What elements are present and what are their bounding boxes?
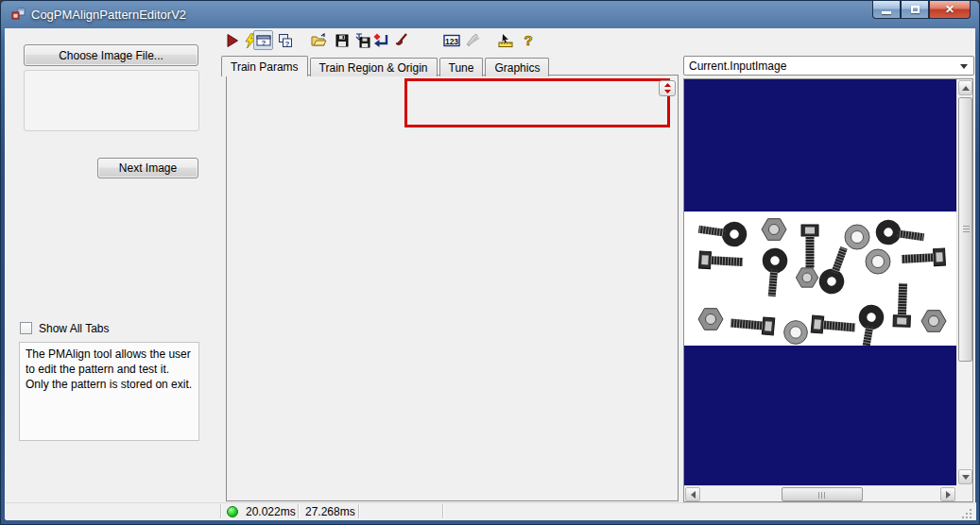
image-file-list-box	[24, 70, 199, 131]
horizontal-scroll-thumb[interactable]	[782, 487, 863, 501]
app-window: CogPMAlignPatternEditorV2 ✕ Choose Image…	[0, 0, 980, 525]
vertical-scrollbar[interactable]	[956, 79, 972, 485]
save-file-button[interactable]	[332, 30, 352, 50]
copy-window-icon: ?	[278, 33, 293, 48]
results-window-icon: ?	[256, 33, 271, 48]
tab-tune[interactable]: Tune	[439, 58, 484, 76]
measure-ruler-button[interactable]	[496, 30, 516, 50]
close-icon: ✕	[945, 4, 954, 15]
close-button[interactable]: ✕	[929, 1, 971, 19]
show-results-toggle-button[interactable]: ?	[253, 30, 273, 50]
tool-description-text: The PMAlign tool allows the user to edit…	[19, 342, 199, 441]
svg-text:?: ?	[261, 38, 266, 46]
tab-train-region-origin[interactable]: Train Region & Origin	[310, 58, 438, 76]
input-image-bolts	[684, 212, 956, 346]
status-separator	[298, 504, 299, 518]
thumb-grip	[963, 226, 970, 233]
minimize-button[interactable]	[872, 1, 901, 19]
scroll-up-button[interactable]	[958, 80, 972, 95]
title-bar[interactable]: CogPMAlignPatternEditorV2 ✕	[1, 1, 979, 28]
maximize-icon	[911, 6, 920, 13]
numeric-123-icon: 123	[443, 33, 460, 48]
horizontal-scrollbar[interactable]	[684, 485, 956, 501]
help-icon: ?	[521, 33, 536, 48]
arrow-down-icon	[962, 475, 970, 480]
svg-text:?: ?	[284, 39, 289, 47]
reset-arrow-icon	[373, 33, 389, 48]
svg-text:?: ?	[524, 33, 532, 48]
minimize-icon	[882, 11, 891, 14]
numeric-display-button[interactable]: 123	[441, 30, 461, 50]
help-button[interactable]: ?	[518, 30, 538, 50]
status-separator	[220, 504, 221, 518]
show-all-tabs-label: Show All Tabs	[39, 322, 110, 335]
scroll-down-button[interactable]	[958, 469, 972, 484]
save-floppy-icon	[335, 33, 350, 48]
status-bar	[6, 502, 976, 520]
save-as-floppy-icon	[354, 33, 370, 48]
reset-button[interactable]	[371, 30, 391, 50]
arrow-right-icon	[946, 491, 951, 499]
tab-train-params[interactable]: Train Params	[221, 56, 308, 76]
marker-disabled-icon	[465, 33, 481, 48]
arrow-left-icon	[691, 491, 696, 499]
input-image-white-band	[684, 212, 956, 346]
status-indicator	[227, 506, 238, 517]
run-button[interactable]	[222, 30, 242, 50]
choose-image-file-button[interactable]: Choose Image File...	[24, 44, 198, 66]
draw-disabled-button[interactable]	[463, 30, 483, 50]
input-image-display	[684, 79, 956, 485]
svg-text:123: 123	[444, 36, 457, 45]
tab-graphics[interactable]: Graphics	[485, 58, 549, 76]
thumb-grip	[818, 492, 826, 499]
save-file-as-button[interactable]	[352, 30, 372, 50]
collapse-expand-button[interactable]	[659, 80, 676, 96]
brush-icon	[393, 33, 408, 48]
run-icon	[225, 33, 240, 48]
status-separator	[442, 504, 443, 518]
show-all-tabs-checkbox[interactable]	[20, 322, 32, 334]
chevron-down-icon	[960, 64, 968, 69]
edit-graphics-button[interactable]	[390, 30, 410, 50]
resize-grip[interactable]	[961, 508, 973, 520]
maximize-button[interactable]	[901, 1, 929, 19]
open-folder-icon	[311, 33, 327, 48]
up-down-arrows-icon	[663, 83, 672, 93]
next-image-button[interactable]: Next Image	[97, 158, 198, 178]
results-query-button[interactable]: ?	[275, 30, 295, 50]
tab-strip: Train Params Train Region & Origin Tune …	[221, 58, 551, 76]
status-separator	[358, 504, 359, 518]
vertical-scroll-thumb[interactable]	[958, 97, 972, 362]
arrow-up-icon	[962, 86, 970, 91]
open-file-button[interactable]	[309, 30, 329, 50]
app-icon	[10, 7, 26, 22]
image-source-select[interactable]: Current.InputImage	[683, 56, 974, 76]
ruler-cursor-icon	[498, 33, 514, 48]
train-params-tab-page	[226, 75, 679, 501]
input-image-viewport	[683, 78, 973, 502]
scroll-right-button[interactable]	[940, 487, 955, 501]
result-time-value: 27.268ms	[305, 505, 355, 518]
scroll-left-button[interactable]	[685, 487, 700, 501]
run-time-value: 20.022ms	[246, 505, 296, 518]
window-title: CogPMAlignPatternEditorV2	[31, 8, 186, 22]
